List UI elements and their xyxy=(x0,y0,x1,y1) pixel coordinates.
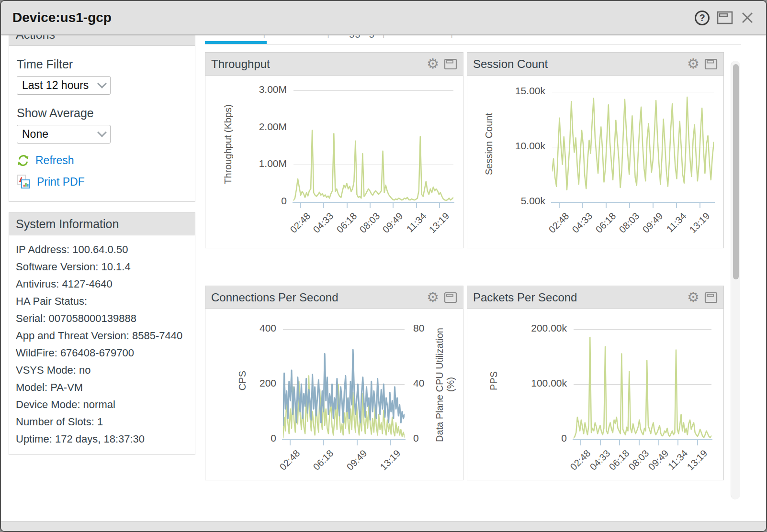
x-tick-mark xyxy=(699,202,700,208)
vertical-scrollbar[interactable] xyxy=(731,61,740,499)
chart-panel-connections-per-second: Connections Per Second⚙CPS400200080400Da… xyxy=(205,286,463,480)
x-axis-line xyxy=(551,202,715,203)
x-tick-mark xyxy=(639,439,640,445)
settings-gear-icon[interactable]: ⚙ xyxy=(427,290,439,304)
x-tick-mark xyxy=(393,202,394,208)
chart-plot-area: CPS400200080400Data Plane CPU Utilizatio… xyxy=(205,309,463,480)
chart-plot-area: Session Count15.00k10.00k5.00k02:4804:33… xyxy=(467,76,723,248)
chart-title: Connections Per Second xyxy=(211,291,427,304)
y-tick-label: 10.00k xyxy=(493,140,545,152)
x-tick-label: 06:18 xyxy=(607,448,632,473)
x-tick-mark xyxy=(290,439,291,445)
time-filter-value: Last 12 hours xyxy=(22,79,99,92)
x-tick-mark xyxy=(416,202,417,208)
x-tick-mark xyxy=(653,202,654,208)
time-filter-select[interactable]: Last 12 hours xyxy=(17,76,111,95)
tab-sessions[interactable]: Sessions xyxy=(205,35,263,44)
window-panel-icon[interactable] xyxy=(704,292,718,303)
chart-series-plot xyxy=(574,322,711,439)
x-axis-line xyxy=(282,439,406,440)
show-average-label: Show Average xyxy=(17,106,187,120)
x-tick-label: 04:33 xyxy=(587,448,612,473)
system-info-row: Serial: 007058000139888 xyxy=(16,310,188,327)
x-tick-label: 11:34 xyxy=(404,211,429,235)
y-axis-title: Throughput (Kbps) xyxy=(223,86,234,202)
system-info-row: VSYS Mode: no xyxy=(16,362,188,379)
tab-firewall-cluster[interactable]: Firewall Cluster xyxy=(453,35,541,44)
x-tick-label: 09:49 xyxy=(641,211,665,235)
chevron-down-icon xyxy=(97,127,107,137)
chart-series-plot xyxy=(283,322,405,439)
y-tick-label: 1.00M xyxy=(234,158,287,169)
x-tick-mark xyxy=(677,439,678,445)
y-tick-label: 0 xyxy=(514,432,567,444)
chart-title: Packets Per Second xyxy=(473,291,687,304)
refresh-label: Refresh xyxy=(35,154,74,167)
x-tick-label: 09:49 xyxy=(381,211,406,235)
x-tick-label: 08:03 xyxy=(627,448,652,473)
system-information-body: IP Address: 100.64.0.50Software Version:… xyxy=(9,235,195,454)
show-average-select[interactable]: None xyxy=(17,125,111,144)
system-info-row: HA Pair Status: xyxy=(16,293,188,310)
dialog-footer xyxy=(1,521,766,531)
x-tick-mark xyxy=(370,202,371,208)
system-info-row: App and Threat Version: 8585-7440 xyxy=(16,327,188,344)
settings-gear-icon[interactable]: ⚙ xyxy=(687,290,699,304)
chart-title: Throughput xyxy=(211,57,427,71)
tab-interfaces[interactable]: Interfaces xyxy=(265,35,327,44)
dialog-titlebar: Device:us1-gcp ? xyxy=(1,1,766,35)
window-restore-icon[interactable] xyxy=(716,11,733,25)
pdf-document-icon xyxy=(17,175,31,189)
x-tick-mark xyxy=(357,439,358,445)
close-icon[interactable] xyxy=(740,11,755,25)
print-pdf-link[interactable]: Print PDF xyxy=(17,175,187,189)
refresh-icon xyxy=(17,154,30,167)
chart-header-icons: ⚙ xyxy=(427,290,457,304)
x-tick-label: 09:49 xyxy=(345,448,370,473)
x-tick-mark xyxy=(390,439,391,445)
x-tick-label: 02:48 xyxy=(568,448,593,473)
dialog-title: Device:us1-gcp xyxy=(12,10,695,25)
system-info-row: Number of Slots: 1 xyxy=(16,413,188,431)
chart-panel-packets-per-second: Packets Per Second⚙PPS200.00k100.00k002:… xyxy=(467,286,724,480)
x-tick-mark xyxy=(697,439,698,445)
help-icon[interactable]: ? xyxy=(695,11,710,25)
x-tick-label: 13:19 xyxy=(378,448,403,473)
x-tick-label: 02:48 xyxy=(288,211,313,235)
tab-logging[interactable]: Logging xyxy=(329,35,382,44)
chart-panel-throughput: Throughput⚙Throughput (Kbps)3.00M2.00M1.… xyxy=(205,52,463,248)
chart-series-plot xyxy=(552,86,714,202)
time-filter-label: Time Filter xyxy=(17,57,187,71)
actions-panel-header: Actions xyxy=(9,35,195,46)
window-panel-icon[interactable] xyxy=(444,58,457,70)
y-tick-label: 15.00k xyxy=(493,85,545,97)
window-panel-icon[interactable] xyxy=(704,58,718,70)
sidebar: Actions Time Filter Last 12 hours Show A… xyxy=(9,35,195,521)
chart-header: Throughput⚙ xyxy=(205,53,463,76)
y-tick-label: 100.00k xyxy=(514,377,567,389)
x-tick-mark xyxy=(559,202,560,208)
y-tick-label: 0 xyxy=(224,432,276,444)
chart-series-plot xyxy=(293,86,453,202)
tab-resources[interactable]: Resources xyxy=(385,35,451,44)
print-pdf-label: Print PDF xyxy=(37,176,85,188)
x-tick-label: 09:49 xyxy=(646,448,671,473)
x-tick-mark xyxy=(600,439,601,445)
y-axis-title: PPS xyxy=(488,322,499,439)
chart-title: Session Count xyxy=(473,57,687,71)
chart-header: Connections Per Second⚙ xyxy=(205,286,463,309)
refresh-link[interactable]: Refresh xyxy=(17,154,187,167)
chart-header: Session Count⚙ xyxy=(467,53,723,76)
window-panel-icon[interactable] xyxy=(444,292,457,303)
system-info-row: IP Address: 100.64.0.50 xyxy=(16,241,188,258)
chart-panel-session-count: Session Count⚙Session Count15.00k10.00k5… xyxy=(467,52,724,248)
settings-gear-icon[interactable]: ⚙ xyxy=(427,57,439,71)
chevron-down-icon xyxy=(97,78,107,88)
settings-gear-icon[interactable]: ⚙ xyxy=(687,57,699,71)
tabbar-divider xyxy=(205,44,741,44)
y-tick-label: 3.00M xyxy=(234,84,287,95)
system-info-row: WildFire: 676408-679700 xyxy=(16,344,188,362)
x-tick-mark xyxy=(323,202,324,208)
charts-grid: Throughput⚙Throughput (Kbps)3.00M2.00M1.… xyxy=(205,52,766,480)
scrollbar-thumb[interactable] xyxy=(733,64,739,279)
